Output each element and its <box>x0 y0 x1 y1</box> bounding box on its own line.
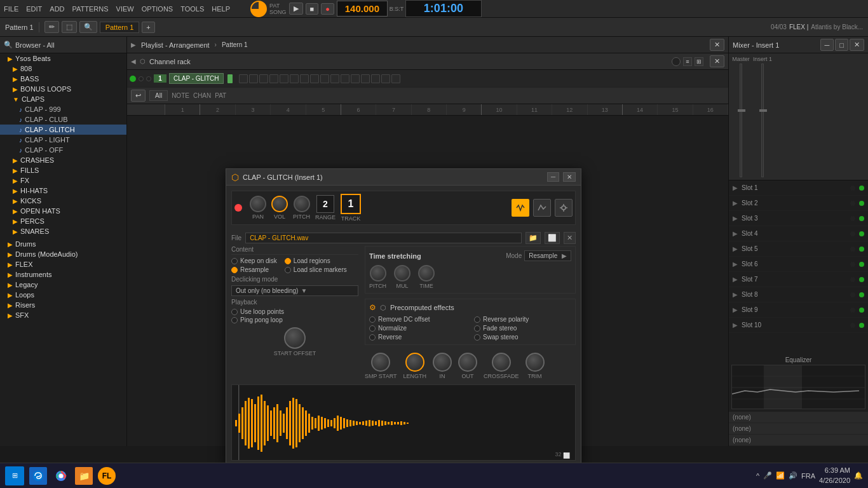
tempo-knob[interactable] <box>250 1 267 17</box>
radio-regions[interactable] <box>285 258 291 264</box>
use-loop-radio[interactable]: Use loop points <box>231 308 358 315</box>
vol-knob[interactable] <box>271 196 288 212</box>
smp-start-knob[interactable] <box>371 353 390 372</box>
tree-bass[interactable]: ▶ BASS <box>0 74 126 84</box>
slot-led-green-9[interactable] <box>859 308 864 313</box>
mixer-close[interactable]: ✕ <box>850 39 864 51</box>
ping-pong-radio[interactable]: Ping pong loop <box>231 316 358 323</box>
load-regions-radio[interactable]: Load regions <box>285 257 347 264</box>
slot-led-green-3[interactable] <box>859 216 864 221</box>
pe-swap-stereo[interactable]: Swap stereo <box>474 334 571 341</box>
plugin-tab-settings[interactable] <box>555 199 573 217</box>
pad-7[interactable] <box>300 74 309 83</box>
pe-remove-dc[interactable]: Remove DC offset <box>369 316 466 323</box>
browser-tree[interactable]: ▶ Ysos Beats ▶ 808 ▶ BASS ▶ BONUS LOOPS … <box>0 53 126 446</box>
tree-drums[interactable]: ▶ Drums <box>0 239 126 249</box>
all-filter[interactable]: All <box>149 90 168 101</box>
tree-claplight[interactable]: ♪ CLAP - LIGHT <box>0 135 126 145</box>
track-display[interactable]: 1 <box>341 194 361 214</box>
pan-knob[interactable] <box>250 196 266 212</box>
pad-1[interactable] <box>239 74 248 83</box>
plugin-tab-env[interactable] <box>533 199 551 217</box>
slot-led-4[interactable] <box>850 231 855 236</box>
pad-5[interactable] <box>280 74 288 83</box>
pad-14[interactable] <box>371 74 380 83</box>
slot-led-3[interactable] <box>850 216 855 221</box>
radio-reverse-polarity[interactable] <box>474 316 480 323</box>
undo-btn[interactable]: ↩ <box>131 90 146 102</box>
file-save-btn[interactable]: ⬜ <box>545 232 560 244</box>
tree-openhats[interactable]: ▶ OPEN HATS <box>0 206 126 216</box>
menu-view[interactable]: VIEW <box>116 5 134 13</box>
waveform-area[interactable]: 32 ⬜ <box>231 384 576 461</box>
pad-3[interactable] <box>259 74 268 83</box>
pad-15[interactable] <box>381 74 390 83</box>
tree-root[interactable]: ▶ Ysos Beats <box>0 53 126 64</box>
slot-led-green-10[interactable] <box>859 323 864 328</box>
play-button[interactable]: ▶ <box>289 3 303 15</box>
tree-hihats[interactable]: ▶ HI-HATS <box>0 186 126 196</box>
rack-close[interactable]: ✕ <box>710 55 724 67</box>
plugin-close[interactable]: ✕ <box>563 172 576 182</box>
pad-6[interactable] <box>290 74 299 83</box>
taskbar-edge[interactable] <box>29 467 47 485</box>
pe-reverse-polarity[interactable]: Reverse polarity <box>474 316 571 323</box>
slot-led-green-2[interactable] <box>859 201 864 206</box>
tree-loops[interactable]: ▶ Loops <box>0 290 126 300</box>
tree-percs[interactable]: ▶ PERCS <box>0 216 126 226</box>
slot-led-8[interactable] <box>850 292 855 297</box>
menu-edit[interactable]: EDIT <box>26 5 42 13</box>
crossfade-knob[interactable] <box>492 353 511 372</box>
eq-display[interactable] <box>731 365 865 409</box>
pad-11[interactable] <box>341 74 349 83</box>
pad-8[interactable] <box>310 74 319 83</box>
radio-normalize[interactable] <box>369 325 376 332</box>
menu-patterns[interactable]: PATTERNS <box>72 5 109 13</box>
file-open-btn[interactable]: 📁 <box>526 232 541 244</box>
radio-swap-stereo[interactable] <box>474 334 480 341</box>
tree-drumsmode[interactable]: ▶ Drums (ModeAudio) <box>0 249 126 259</box>
tree-clap999[interactable]: ♪ CLAP - 999 <box>0 104 126 114</box>
tree-fills[interactable]: ▶ FILLS <box>0 165 126 175</box>
slot-led-1[interactable] <box>850 186 855 191</box>
tree-clapoff[interactable]: ♪ CLAP - OFF <box>0 145 126 155</box>
pad-13[interactable] <box>361 74 370 83</box>
tree-flex[interactable]: ▶ FLEX <box>0 259 126 269</box>
insert1-fader-handle[interactable] <box>759 109 767 112</box>
slot-led-2[interactable] <box>850 201 855 206</box>
ts-mul-knob[interactable] <box>394 265 410 281</box>
declicking-value[interactable]: Out only (no bleeding) ▼ <box>231 285 358 296</box>
tree-clapclub[interactable]: ♪ CLAP - CLUB <box>0 114 126 125</box>
channel-name[interactable]: CLAP - GLITCH <box>169 73 224 84</box>
tree-legacy[interactable]: ▶ Legacy <box>0 280 126 290</box>
tree-sfx[interactable]: ▶ SFX <box>0 310 126 320</box>
ts-time-knob[interactable] <box>418 265 435 281</box>
tree-snares[interactable]: ▶ SNARES <box>0 226 126 236</box>
radio-pingpong[interactable] <box>231 317 238 323</box>
radio-disk[interactable] <box>231 258 238 264</box>
taskbar-fl[interactable]: FL <box>98 467 116 485</box>
ts-pitch-knob[interactable] <box>370 265 386 281</box>
slot-led-10[interactable] <box>850 323 855 328</box>
menu-help[interactable]: HELP <box>212 5 230 13</box>
tree-claps[interactable]: ▼ CLAPS <box>0 94 126 104</box>
tree-clapglitch[interactable]: ♪ CLAP - GLITCH <box>0 125 126 135</box>
pad-4[interactable] <box>269 74 278 83</box>
select-tool[interactable]: ⬚ <box>62 21 77 33</box>
tree-fx[interactable]: ▶ FX <box>0 175 126 186</box>
pitch-knob[interactable] <box>294 196 310 212</box>
pad-9[interactable] <box>320 74 329 83</box>
zoom-tool[interactable]: 🔍 <box>79 21 97 33</box>
radio-reverse[interactable] <box>369 334 376 341</box>
slot-led-5[interactable] <box>850 247 855 252</box>
length-knob[interactable] <box>405 353 424 372</box>
radio-slice[interactable] <box>285 267 291 273</box>
pad-10[interactable] <box>330 74 339 83</box>
slot-led-green-6[interactable] <box>859 262 864 267</box>
taskbar-chrome[interactable] <box>52 467 70 485</box>
slot-led-green-8[interactable] <box>859 292 864 297</box>
channel-led[interactable] <box>130 76 136 82</box>
mixer-none-2[interactable]: (none) <box>729 423 868 435</box>
menu-options[interactable]: OPTIONS <box>142 5 173 13</box>
trim-knob[interactable] <box>526 353 545 372</box>
